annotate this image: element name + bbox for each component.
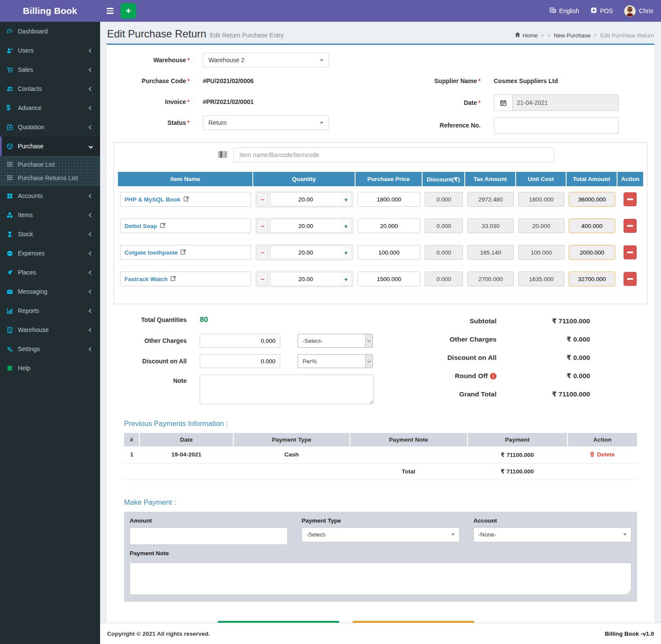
col-quantity: Quantity — [253, 172, 355, 186]
item-search-input[interactable] — [234, 148, 554, 162]
qty-input[interactable] — [270, 192, 340, 206]
other-charges-label: Other Charges — [114, 337, 187, 344]
sidebar-toggle-button[interactable] — [100, 0, 120, 22]
status-select[interactable]: Return — [203, 115, 329, 130]
purchase-price-input[interactable] — [358, 245, 420, 260]
info-icon[interactable]: i — [490, 373, 497, 379]
sidebar-item-accounts[interactable]: Accounts — [0, 186, 100, 205]
qty-input[interactable] — [270, 245, 340, 259]
sidebar-item-settings[interactable]: Settings — [0, 339, 100, 359]
sidebar-item-sales[interactable]: Sales — [0, 60, 100, 79]
payment-note-textarea[interactable] — [130, 563, 631, 595]
item-name-link[interactable]: PHP & MySQL Book — [120, 192, 251, 207]
tax-amount-field — [467, 218, 514, 233]
qty-decrease-button[interactable]: − — [257, 272, 268, 286]
discount-type-select[interactable]: Per% — [298, 354, 373, 368]
sidebar-item-reports[interactable]: Reports — [0, 301, 100, 320]
col-action: Action — [567, 433, 637, 446]
qty-decrease-button[interactable]: − — [257, 192, 268, 206]
sidebar-item-expenses[interactable]: Expenses — [0, 244, 100, 263]
reference-input[interactable] — [494, 117, 619, 134]
sidebar-item-quotation[interactable]: Quotation — [0, 117, 100, 137]
round-off-label: Round Off — [455, 372, 488, 379]
qty-increase-button[interactable]: + — [341, 219, 352, 233]
payment-type-label: Payment Type — [302, 517, 460, 524]
app-logo[interactable]: Billing Book — [0, 0, 100, 22]
amount-input[interactable] — [130, 527, 288, 545]
sidebar-item-items[interactable]: Items — [0, 205, 100, 225]
sidebar-item-contacts[interactable]: Contacts — [0, 79, 100, 98]
other-charges-input[interactable] — [200, 334, 280, 348]
sidebar-item-purchase[interactable]: Purchase — [0, 137, 100, 156]
purchase-price-input[interactable] — [358, 218, 420, 233]
sidebar-item-messaging[interactable]: Messaging — [0, 282, 100, 301]
qty-input[interactable] — [270, 219, 340, 233]
account-select[interactable]: -None- — [473, 527, 631, 542]
qty-decrease-button[interactable]: − — [257, 245, 268, 259]
other-charges-select[interactable]: -Select- — [298, 334, 373, 348]
qty-input[interactable] — [270, 272, 340, 286]
pos-menu[interactable]: POS — [591, 7, 613, 15]
breadcrumb-new-purchase[interactable]: New Purchase — [554, 32, 591, 39]
sidebar-item-warehouse[interactable]: Warehouse — [0, 320, 100, 339]
purchase-price-input[interactable] — [358, 192, 420, 207]
total-amount-field — [569, 218, 615, 233]
remove-item-button[interactable] — [624, 245, 637, 259]
breadcrumb-current: Edit Purchase Return — [600, 32, 654, 39]
payment-row: 1 19-04-2021 Cash ₹ 71100.000 Delete — [124, 446, 637, 463]
paper-plane-icon — [7, 269, 18, 276]
user-menu[interactable]: Chris — [624, 5, 653, 17]
payment-type-select[interactable]: -Select- — [302, 527, 460, 542]
sidebar-item-purchase-returns-list[interactable]: Purchase Returns List — [0, 171, 100, 184]
discount-field — [425, 245, 463, 260]
chevron-left-icon — [89, 213, 93, 217]
chevron-left-icon — [89, 125, 93, 129]
sidebar-item-users[interactable]: Users — [0, 41, 100, 60]
warehouse-select[interactable]: Warehouse 2 — [203, 53, 329, 67]
remove-item-button[interactable] — [624, 272, 637, 286]
breadcrumb-home[interactable]: Home — [515, 32, 538, 39]
quick-add-button[interactable]: + — [121, 3, 136, 19]
remove-item-button[interactable] — [624, 219, 637, 233]
purchase-price-input[interactable] — [358, 272, 420, 286]
calendar-icon[interactable] — [494, 94, 512, 111]
item-name-link[interactable]: Fastrack Watch — [120, 272, 251, 286]
account-label: Account — [473, 517, 631, 524]
sidebar-item-help[interactable]: Help — [0, 359, 100, 378]
chevron-left-icon — [89, 309, 93, 313]
payments-total-value: ₹ 71100.000 — [467, 463, 567, 480]
edit-icon — [181, 249, 186, 256]
col-total-amount: Total Amount — [567, 172, 617, 186]
qty-increase-button[interactable]: + — [341, 192, 352, 206]
sidebar-item-dashboard[interactable]: Dashboard — [0, 22, 100, 41]
qty-decrease-button[interactable]: − — [257, 219, 268, 233]
status-label: Status* — [114, 119, 190, 126]
qty-increase-button[interactable]: + — [341, 272, 352, 286]
cart-icon — [7, 67, 18, 73]
chevron-left-icon — [89, 251, 93, 255]
qty-increase-button[interactable]: + — [341, 245, 352, 259]
sidebar-item-purchase-list[interactable]: Purchase List — [0, 158, 100, 171]
sidebar-item-places[interactable]: Places — [0, 263, 100, 282]
language-menu[interactable]: A English — [550, 7, 579, 15]
total-amount-field — [569, 192, 615, 207]
supplier-value: Cosmex Suppliers Ltd — [494, 77, 558, 84]
chevron-down-icon — [320, 122, 323, 124]
building-icon — [7, 327, 18, 333]
chevron-down-icon — [89, 144, 93, 148]
chevron-left-icon — [89, 48, 93, 53]
date-input[interactable] — [512, 94, 619, 111]
sidebar-item-stock[interactable]: Stock — [0, 225, 100, 244]
discount-on-all-input[interactable] — [200, 354, 280, 368]
item-row: Dettol Soap −+ — [118, 213, 643, 239]
note-textarea[interactable] — [200, 375, 374, 404]
chevron-left-icon — [89, 328, 93, 332]
item-name-link[interactable]: Colgate toothpaste — [120, 245, 251, 260]
total-quantities-label: Total Quantities — [114, 316, 187, 323]
sidebar-item-advance[interactable]: $ Advance — [0, 98, 100, 117]
round-off-value: ₹ 0.000 — [497, 372, 590, 380]
remove-item-button[interactable] — [624, 192, 637, 206]
item-name-link[interactable]: Dettol Soap — [120, 218, 251, 233]
delete-payment-button[interactable]: Delete — [590, 451, 615, 458]
tax-amount-field — [467, 272, 514, 286]
